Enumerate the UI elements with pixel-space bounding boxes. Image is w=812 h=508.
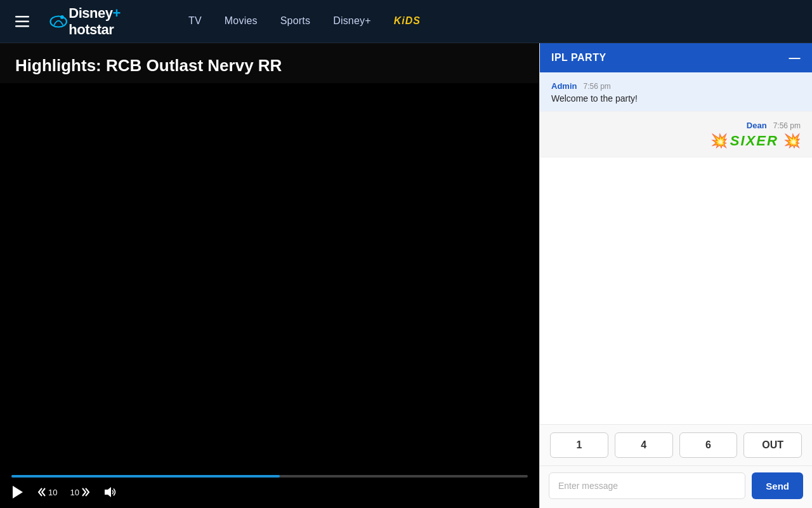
- quick-btn-out[interactable]: OUT: [743, 432, 802, 458]
- video-section: Highlights: RCB Outlast Nervy RR: [0, 43, 539, 508]
- chat-message-admin: Admin 7:56 pm Welcome to the party!: [540, 72, 812, 112]
- chat-message-dean: Dean 7:56 pm 💥 SIXER 💥: [540, 112, 812, 157]
- forward-button[interactable]: 10: [70, 487, 90, 497]
- rewind-label: 10: [48, 488, 57, 497]
- nav-link-kids[interactable]: KiDS: [394, 15, 421, 27]
- hamburger-menu[interactable]: [15, 16, 29, 27]
- message-input-row: Send: [540, 465, 812, 508]
- chat-time-admin: 7:56 pm: [583, 82, 610, 91]
- nav-link-movies[interactable]: Movies: [225, 15, 258, 27]
- chat-meta-dean: Dean 7:56 pm: [551, 121, 801, 130]
- progress-bar[interactable]: [11, 475, 528, 478]
- minimize-button[interactable]: —: [789, 52, 801, 64]
- svg-marker-5: [13, 486, 23, 498]
- chat-username-admin: Admin: [551, 81, 577, 91]
- chat-messages: Admin 7:56 pm Welcome to the party! Dean…: [540, 72, 812, 424]
- logo[interactable]: Disney+ hotstar: [49, 5, 148, 38]
- quick-buttons-row: 1 4 6 OUT: [540, 424, 812, 465]
- video-controls: 10 10: [0, 467, 539, 508]
- sixer-right-emoji: 💥: [783, 133, 801, 149]
- quick-btn-6[interactable]: 6: [679, 432, 738, 458]
- nav-link-disney-plus[interactable]: Disney+: [333, 15, 371, 27]
- sixer-text: SIXER: [730, 133, 783, 149]
- chat-time-dean: 7:56 pm: [773, 121, 801, 130]
- svg-point-4: [60, 15, 64, 19]
- svg-rect-0: [15, 16, 29, 18]
- chat-text-admin: Welcome to the party!: [551, 93, 801, 104]
- chat-text-dean: 💥 SIXER 💥: [551, 133, 801, 149]
- rewind-button[interactable]: 10: [37, 487, 57, 497]
- quick-btn-1[interactable]: 1: [550, 432, 608, 458]
- progress-bar-fill: [11, 475, 280, 478]
- nav-link-tv[interactable]: TV: [188, 15, 202, 27]
- sixer-left-emoji: 💥: [710, 133, 728, 149]
- chat-username-dean: Dean: [747, 121, 767, 130]
- svg-point-3: [50, 16, 67, 27]
- forward-label: 10: [70, 488, 79, 497]
- nav-link-sports[interactable]: Sports: [280, 15, 310, 27]
- navbar: Disney+ hotstar TV Movies Sports Disney+…: [0, 0, 812, 43]
- nav-links: TV Movies Sports Disney+ KiDS: [173, 0, 797, 43]
- svg-marker-6: [105, 487, 111, 497]
- logo-text: Disney+ hotstar: [69, 5, 148, 38]
- controls-row: 10 10: [11, 485, 528, 499]
- message-input[interactable]: [549, 472, 745, 499]
- ipl-party-panel: IPL PARTY — Admin 7:56 pm Welcome to the…: [539, 43, 812, 508]
- ipl-party-title: IPL PARTY: [551, 52, 606, 64]
- chat-meta-admin: Admin 7:56 pm: [551, 81, 801, 91]
- svg-rect-2: [15, 25, 29, 27]
- send-button[interactable]: Send: [752, 472, 803, 499]
- svg-rect-1: [15, 20, 29, 22]
- main-content: Highlights: RCB Outlast Nervy RR: [0, 43, 812, 508]
- play-button[interactable]: [11, 485, 24, 499]
- volume-button[interactable]: [103, 486, 117, 498]
- video-title: Highlights: RCB Outlast Nervy RR: [0, 43, 539, 83]
- ipl-party-header: IPL PARTY —: [540, 43, 812, 72]
- quick-btn-4[interactable]: 4: [615, 432, 673, 458]
- video-player[interactable]: 10 10: [0, 83, 539, 508]
